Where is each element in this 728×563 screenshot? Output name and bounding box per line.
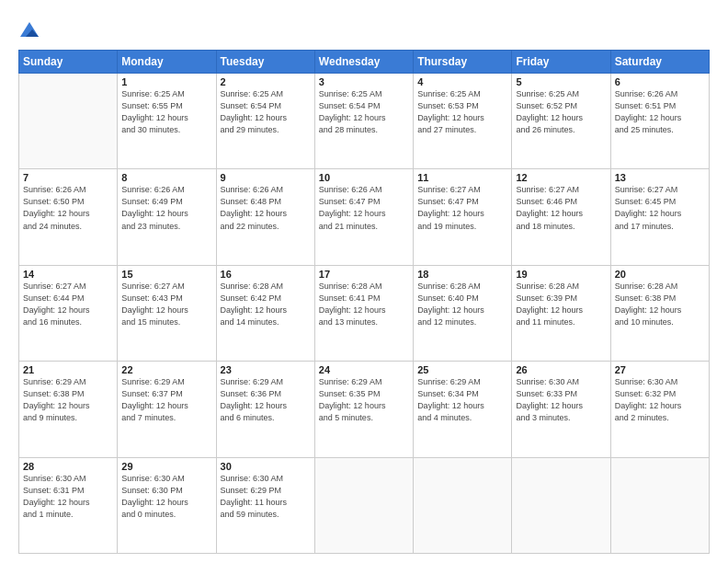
day-info: Sunrise: 6:30 AM Sunset: 6:31 PM Dayligh…: [23, 473, 113, 521]
day-number: 8: [121, 172, 211, 183]
day-info: Sunrise: 6:28 AM Sunset: 6:39 PM Dayligh…: [516, 281, 606, 328]
calendar-cell: 7Sunrise: 6:26 AM Sunset: 6:50 PM Daylig…: [19, 169, 118, 265]
day-number: 6: [615, 76, 705, 87]
calendar-cell: 3Sunrise: 6:25 AM Sunset: 6:54 PM Daylig…: [314, 74, 413, 169]
day-info: Sunrise: 6:26 AM Sunset: 6:47 PM Dayligh…: [319, 184, 409, 232]
day-number: 4: [417, 76, 507, 87]
day-info: Sunrise: 6:25 AM Sunset: 6:52 PM Dayligh…: [516, 88, 606, 136]
day-info: Sunrise: 6:28 AM Sunset: 6:41 PM Dayligh…: [319, 281, 409, 328]
weekday-header: Saturday: [610, 51, 709, 74]
calendar-cell: 10Sunrise: 6:26 AM Sunset: 6:47 PM Dayli…: [314, 169, 413, 265]
calendar-cell: 24Sunrise: 6:29 AM Sunset: 6:35 PM Dayli…: [314, 362, 413, 457]
calendar-week-row: 7Sunrise: 6:26 AM Sunset: 6:50 PM Daylig…: [19, 169, 710, 265]
day-info: Sunrise: 6:27 AM Sunset: 6:44 PM Dayligh…: [23, 281, 113, 328]
calendar-week-row: 21Sunrise: 6:29 AM Sunset: 6:38 PM Dayli…: [19, 362, 710, 457]
day-info: Sunrise: 6:26 AM Sunset: 6:49 PM Dayligh…: [121, 184, 211, 232]
day-number: 29: [121, 461, 211, 472]
calendar-cell: 8Sunrise: 6:26 AM Sunset: 6:49 PM Daylig…: [118, 169, 216, 265]
calendar-cell: 17Sunrise: 6:28 AM Sunset: 6:41 PM Dayli…: [314, 265, 413, 361]
header: [18, 17, 710, 42]
calendar-cell: 2Sunrise: 6:25 AM Sunset: 6:54 PM Daylig…: [216, 74, 314, 169]
day-info: Sunrise: 6:27 AM Sunset: 6:46 PM Dayligh…: [516, 184, 606, 232]
calendar-week-row: 28Sunrise: 6:30 AM Sunset: 6:31 PM Dayli…: [19, 457, 710, 553]
day-info: Sunrise: 6:25 AM Sunset: 6:54 PM Dayligh…: [221, 88, 311, 136]
calendar-cell: 25Sunrise: 6:29 AM Sunset: 6:34 PM Dayli…: [414, 362, 512, 457]
weekday-header: Friday: [512, 51, 610, 74]
calendar-cell: 12Sunrise: 6:27 AM Sunset: 6:46 PM Dayli…: [512, 169, 610, 265]
calendar-cell: 21Sunrise: 6:29 AM Sunset: 6:38 PM Dayli…: [19, 362, 118, 457]
weekday-header: Monday: [118, 51, 216, 74]
weekday-header: Sunday: [19, 51, 118, 74]
weekday-header: Tuesday: [216, 51, 314, 74]
day-number: 30: [221, 461, 311, 472]
day-info: Sunrise: 6:30 AM Sunset: 6:33 PM Dayligh…: [516, 376, 606, 424]
day-info: Sunrise: 6:27 AM Sunset: 6:47 PM Dayligh…: [417, 184, 507, 232]
day-number: 10: [319, 172, 409, 183]
calendar-week-row: 1Sunrise: 6:25 AM Sunset: 6:55 PM Daylig…: [19, 74, 710, 169]
weekday-header: Thursday: [414, 51, 512, 74]
calendar-cell: 14Sunrise: 6:27 AM Sunset: 6:44 PM Dayli…: [19, 265, 118, 361]
day-number: 19: [516, 269, 606, 280]
calendar-cell: 19Sunrise: 6:28 AM Sunset: 6:39 PM Dayli…: [512, 265, 610, 361]
day-info: Sunrise: 6:29 AM Sunset: 6:38 PM Dayligh…: [23, 376, 113, 424]
day-number: 15: [121, 269, 211, 280]
day-number: 2: [221, 76, 311, 87]
day-info: Sunrise: 6:28 AM Sunset: 6:42 PM Dayligh…: [221, 281, 311, 328]
day-info: Sunrise: 6:27 AM Sunset: 6:45 PM Dayligh…: [615, 184, 705, 232]
calendar-cell: 11Sunrise: 6:27 AM Sunset: 6:47 PM Dayli…: [414, 169, 512, 265]
page: SundayMondayTuesdayWednesdayThursdayFrid…: [0, 0, 728, 563]
calendar-cell: [314, 457, 413, 553]
logo-icon: [18, 20, 40, 42]
day-number: 5: [516, 76, 606, 87]
calendar-cell: 30Sunrise: 6:30 AM Sunset: 6:29 PM Dayli…: [216, 457, 314, 553]
calendar: SundayMondayTuesdayWednesdayThursdayFrid…: [18, 50, 710, 554]
calendar-cell: 29Sunrise: 6:30 AM Sunset: 6:30 PM Dayli…: [118, 457, 216, 553]
day-info: Sunrise: 6:25 AM Sunset: 6:55 PM Dayligh…: [121, 88, 211, 136]
day-number: 21: [23, 364, 113, 375]
calendar-cell: 26Sunrise: 6:30 AM Sunset: 6:33 PM Dayli…: [512, 362, 610, 457]
day-number: 9: [221, 172, 311, 183]
day-info: Sunrise: 6:29 AM Sunset: 6:36 PM Dayligh…: [221, 376, 311, 424]
calendar-week-row: 14Sunrise: 6:27 AM Sunset: 6:44 PM Dayli…: [19, 265, 710, 361]
calendar-cell: 16Sunrise: 6:28 AM Sunset: 6:42 PM Dayli…: [216, 265, 314, 361]
day-number: 18: [417, 269, 507, 280]
day-number: 20: [615, 269, 705, 280]
calendar-cell: [512, 457, 610, 553]
day-info: Sunrise: 6:30 AM Sunset: 6:30 PM Dayligh…: [121, 473, 211, 521]
calendar-cell: 4Sunrise: 6:25 AM Sunset: 6:53 PM Daylig…: [414, 74, 512, 169]
day-number: 12: [516, 172, 606, 183]
day-info: Sunrise: 6:25 AM Sunset: 6:54 PM Dayligh…: [319, 88, 409, 136]
day-info: Sunrise: 6:29 AM Sunset: 6:34 PM Dayligh…: [417, 376, 507, 424]
day-number: 13: [615, 172, 705, 183]
day-info: Sunrise: 6:26 AM Sunset: 6:51 PM Dayligh…: [615, 88, 705, 136]
calendar-cell: 6Sunrise: 6:26 AM Sunset: 6:51 PM Daylig…: [610, 74, 709, 169]
day-number: 27: [615, 364, 705, 375]
day-number: 26: [516, 364, 606, 375]
calendar-cell: 1Sunrise: 6:25 AM Sunset: 6:55 PM Daylig…: [118, 74, 216, 169]
calendar-cell: [414, 457, 512, 553]
day-info: Sunrise: 6:25 AM Sunset: 6:53 PM Dayligh…: [417, 88, 507, 136]
day-number: 24: [319, 364, 409, 375]
day-number: 1: [121, 76, 211, 87]
day-info: Sunrise: 6:27 AM Sunset: 6:43 PM Dayligh…: [121, 281, 211, 328]
day-number: 11: [417, 172, 507, 183]
calendar-cell: 23Sunrise: 6:29 AM Sunset: 6:36 PM Dayli…: [216, 362, 314, 457]
logo: [18, 20, 44, 42]
day-number: 3: [319, 76, 409, 87]
day-info: Sunrise: 6:29 AM Sunset: 6:37 PM Dayligh…: [121, 376, 211, 424]
weekday-header: Wednesday: [314, 51, 413, 74]
day-info: Sunrise: 6:29 AM Sunset: 6:35 PM Dayligh…: [319, 376, 409, 424]
calendar-cell: [610, 457, 709, 553]
day-number: 16: [221, 269, 311, 280]
day-number: 14: [23, 269, 113, 280]
day-info: Sunrise: 6:26 AM Sunset: 6:48 PM Dayligh…: [221, 184, 311, 232]
day-number: 22: [121, 364, 211, 375]
day-info: Sunrise: 6:28 AM Sunset: 6:38 PM Dayligh…: [615, 281, 705, 328]
calendar-cell: 28Sunrise: 6:30 AM Sunset: 6:31 PM Dayli…: [19, 457, 118, 553]
calendar-cell: 20Sunrise: 6:28 AM Sunset: 6:38 PM Dayli…: [610, 265, 709, 361]
calendar-cell: 9Sunrise: 6:26 AM Sunset: 6:48 PM Daylig…: [216, 169, 314, 265]
calendar-cell: 15Sunrise: 6:27 AM Sunset: 6:43 PM Dayli…: [118, 265, 216, 361]
calendar-header-row: SundayMondayTuesdayWednesdayThursdayFrid…: [19, 51, 710, 74]
day-info: Sunrise: 6:30 AM Sunset: 6:29 PM Dayligh…: [221, 473, 311, 521]
calendar-cell: 22Sunrise: 6:29 AM Sunset: 6:37 PM Dayli…: [118, 362, 216, 457]
